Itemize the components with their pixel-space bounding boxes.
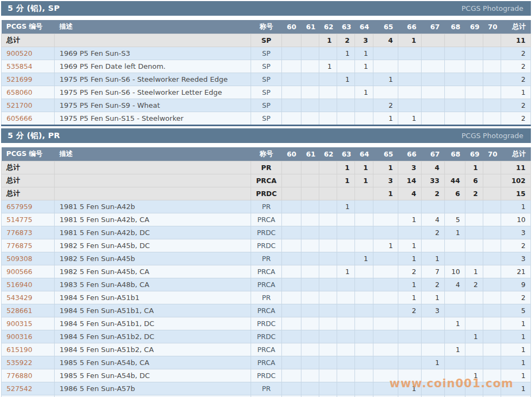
grade-count-cell (445, 369, 465, 382)
pcgs-number-link[interactable]: 615190 (2, 343, 55, 356)
pcgs-number-link[interactable]: 514775 (2, 213, 55, 226)
total-column-header: 总计 (501, 147, 531, 161)
summary-label: 总计 (2, 161, 55, 174)
grade-count-cell: 2 (398, 265, 422, 278)
grade-count-cell (282, 112, 301, 126)
grade-count-cell (373, 265, 398, 278)
grade-count-cell (355, 73, 373, 86)
grade-column-header: 61 (301, 147, 319, 161)
grade-count-cell: 1 (355, 60, 373, 73)
pcgs-number-link[interactable]: 776880 (2, 369, 55, 382)
grade-count-cell (483, 112, 501, 126)
pcgs-number-link[interactable]: 516940 (2, 278, 55, 291)
coin-description: 1981 5 Fen Sun-A42b, DC (55, 226, 251, 239)
grade-count-cell: 1 (337, 161, 355, 174)
pcgs-number-link[interactable]: 658060 (2, 86, 55, 99)
row-total: 102 (501, 174, 531, 187)
grade-count-cell (319, 330, 337, 343)
coin-description: 1969 P5 Fen Sun-S3 (55, 47, 251, 60)
grade-count-cell: 1 (398, 112, 422, 126)
pcgs-number-link[interactable]: 521699 (2, 73, 55, 86)
designation-cell: SP (251, 34, 282, 47)
grade-count-cell: 1 (398, 252, 422, 265)
pcgs-number-link[interactable]: 527542 (2, 382, 55, 395)
grade-count-cell (373, 226, 398, 239)
grade-count-cell (373, 343, 398, 356)
grade-count-cell (282, 200, 301, 213)
grade-column-header: 69 (465, 147, 483, 161)
pcgs-number-link[interactable]: 535922 (2, 356, 55, 369)
pcgs-number-link[interactable]: 535854 (2, 60, 55, 73)
grade-count-cell: 1 (465, 161, 483, 174)
pcgs-number-link[interactable]: 521700 (2, 99, 55, 112)
table-row: 9003151984 5 Fen Sun-A51b1, DCPRDC11 (2, 317, 531, 330)
pcgs-number-link[interactable]: 657959 (2, 200, 55, 213)
table-row: 9005991986 5 Fen Sun-A57b, CAPRCA11 (2, 395, 531, 397)
pcgs-number-link[interactable]: 509308 (2, 252, 55, 265)
grade-count-cell (319, 278, 337, 291)
pcgs-number-link[interactable]: 900566 (2, 265, 55, 278)
designation-column-header: 称号 (251, 20, 282, 34)
photograde-link[interactable]: PCGS Photograde (462, 132, 523, 140)
pcgs-number-link[interactable]: 900599 (2, 395, 55, 397)
photograde-link[interactable]: PCGS Photograde (462, 4, 523, 12)
grade-count-cell (483, 395, 501, 397)
grade-column-header: 62 (319, 20, 337, 34)
row-total: 11 (501, 34, 531, 47)
pcgs-number-link[interactable]: 776873 (2, 226, 55, 239)
grade-count-cell (483, 60, 501, 73)
grade-count-cell (465, 112, 483, 126)
grade-count-cell (319, 226, 337, 239)
grade-count-cell (319, 161, 337, 174)
grade-count-cell (337, 304, 355, 317)
pcgs-number-link[interactable]: 776875 (2, 239, 55, 252)
pcgs-number-link[interactable]: 900520 (2, 47, 55, 60)
grade-count-cell: 44 (445, 174, 465, 187)
grade-count-cell (282, 187, 301, 200)
grade-count-cell (373, 200, 398, 213)
coin-description: 1986 5 Fen Sun-A57b (55, 382, 251, 395)
pcgs-number-link[interactable]: 900316 (2, 330, 55, 343)
pcgs-number-link[interactable]: 528661 (2, 304, 55, 317)
grade-count-cell (301, 278, 319, 291)
pcgs-number-link[interactable]: 900315 (2, 317, 55, 330)
grade-count-cell (355, 226, 373, 239)
grade-count-cell (319, 112, 337, 126)
pcgs-number-column-header: PCGS 编号 (2, 147, 55, 161)
row-total: 1 (501, 395, 531, 397)
grade-count-cell (398, 317, 422, 330)
grade-count-cell (282, 265, 301, 278)
grade-count-cell (422, 317, 445, 330)
table-row: 9005201969 P5 Fen Sun-S3SP112 (2, 47, 531, 60)
grade-count-cell (445, 86, 465, 99)
coin-description: 1982 5 Fen Sun-A45b (55, 252, 251, 265)
grade-count-cell: 2 (422, 226, 445, 239)
summary-description-cell (55, 161, 251, 174)
pcgs-number-link[interactable]: 605666 (2, 112, 55, 126)
grade-count-cell (483, 34, 501, 47)
grade-count-cell (355, 304, 373, 317)
grade-count-cell (483, 304, 501, 317)
coin-description: 1981 5 Fen Sun-A42b, CA (55, 213, 251, 226)
grade-count-cell: 1 (422, 252, 445, 265)
summary-row: 总计PR11134111 (2, 161, 531, 174)
grade-count-cell (282, 213, 301, 226)
row-total: 2 (501, 99, 531, 112)
grade-count-cell (301, 265, 319, 278)
grade-count-cell (445, 239, 465, 252)
grade-count-cell (422, 200, 445, 213)
grade-count-cell: 3 (422, 304, 445, 317)
grade-count-cell: 1 (319, 34, 337, 47)
grade-count-cell (319, 99, 337, 112)
grade-count-cell (465, 34, 483, 47)
grade-column-header: 70 (483, 20, 501, 34)
grade-count-cell (422, 73, 445, 86)
pcgs-number-link[interactable]: 543429 (2, 291, 55, 304)
designation-cell: SP (251, 47, 282, 60)
population-table-pr: PCGS 编号描述称号6061626364656667686970总计总计PR1… (1, 147, 531, 397)
grade-count-cell (301, 161, 319, 174)
grade-count-cell (319, 382, 337, 395)
grade-count-cell (337, 60, 355, 73)
designation-cell: PRCA (251, 343, 282, 356)
grade-count-cell: 3 (355, 34, 373, 47)
